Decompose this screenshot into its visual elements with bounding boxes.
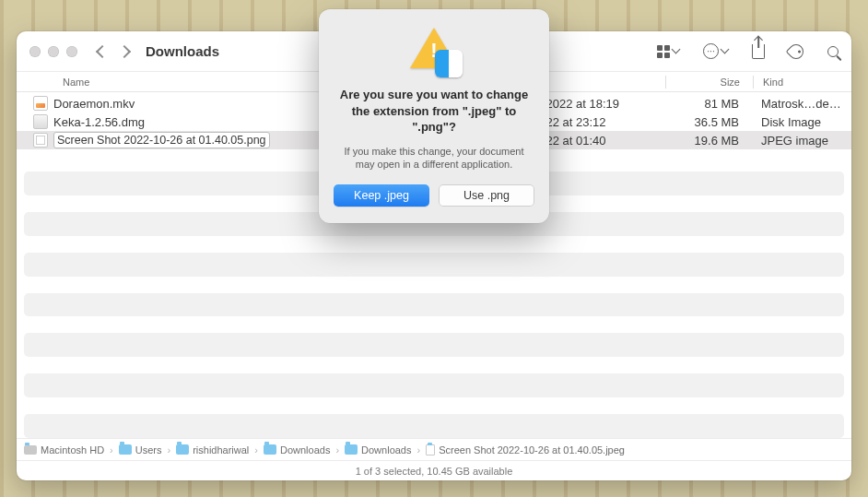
dialog-message: If you make this change, your document m… — [334, 145, 534, 172]
dialog-buttons: Keep .jpeg Use .png — [334, 184, 534, 207]
path-segment[interactable]: Downloads — [264, 444, 330, 456]
forward-button[interactable] — [118, 44, 131, 57]
search-button[interactable] — [827, 46, 839, 57]
back-button[interactable] — [96, 44, 109, 57]
file-date: 2022 at 23:12 — [533, 115, 665, 129]
close-window-button[interactable] — [29, 46, 41, 57]
file-icon — [426, 444, 435, 456]
path-segment[interactable]: Screen Shot 2022-10-26 at 01.40.05.jpeg — [426, 444, 625, 456]
folder-icon — [264, 444, 276, 455]
file-size: 81 MB — [665, 97, 752, 111]
share-button[interactable] — [752, 44, 765, 59]
finder-badge-icon — [435, 50, 463, 77]
folder-icon — [119, 444, 132, 455]
window-controls — [29, 46, 77, 57]
path-label: Macintosh HD — [41, 444, 104, 456]
status-bar: 1 of 3 selected, 10.45 GB available — [17, 460, 851, 480]
path-label: rishidhariwal — [193, 444, 249, 456]
use-new-extension-button[interactable]: Use .png — [439, 184, 534, 207]
file-kind: Matrosk…deo File — [752, 97, 844, 111]
file-icon — [33, 114, 48, 129]
window-title: Downloads — [146, 43, 219, 59]
chevron-down-icon — [721, 45, 730, 54]
search-icon — [827, 46, 839, 57]
column-header-kind[interactable]: Kind — [754, 77, 844, 88]
path-segment[interactable]: Macintosh HD — [24, 444, 104, 456]
dialog-title: Are you sure you want to change the exte… — [334, 87, 534, 136]
file-size: 19.6 MB — [665, 134, 752, 148]
path-label: Downloads — [280, 444, 330, 456]
ellipsis-circle-icon: ··· — [703, 43, 719, 59]
path-separator-icon: › — [165, 444, 172, 456]
path-separator-icon: › — [415, 444, 422, 456]
path-separator-icon: › — [334, 444, 341, 456]
path-label: Screen Shot 2022-10-26 at 01.40.05.jpeg — [439, 444, 625, 456]
file-date: 2022 at 01:40 — [533, 134, 665, 148]
folder-icon — [176, 444, 189, 455]
path-separator-icon: › — [252, 444, 260, 456]
view-options-button[interactable] — [657, 45, 679, 58]
tag-icon — [786, 41, 807, 62]
file-date: 0, 2022 at 18:19 — [533, 97, 665, 111]
minimize-window-button[interactable] — [48, 46, 59, 57]
path-segment[interactable]: Downloads — [345, 444, 411, 456]
path-label: Downloads — [361, 444, 411, 456]
path-bar: Macintosh HD›Users›rishidhariwal›Downloa… — [17, 438, 851, 460]
folder-icon — [345, 444, 358, 455]
warning-icon — [407, 28, 461, 74]
path-label: Users — [135, 444, 162, 456]
column-header-size[interactable]: Size — [666, 77, 753, 88]
file-kind: Disk Image — [752, 115, 844, 129]
toolbar: ··· — [657, 43, 839, 59]
action-menu-button[interactable]: ··· — [703, 43, 728, 59]
file-size: 36.5 MB — [665, 115, 752, 129]
path-segment[interactable]: Users — [119, 444, 162, 456]
share-icon — [752, 44, 765, 59]
file-icon — [33, 133, 48, 148]
file-kind: JPEG image — [752, 134, 844, 148]
nav-buttons — [98, 47, 129, 56]
status-text: 1 of 3 selected, 10.45 GB available — [356, 466, 513, 477]
drive-icon — [24, 445, 37, 455]
extension-change-dialog: Are you sure you want to change the exte… — [319, 9, 549, 223]
path-segment[interactable]: rishidhariwal — [176, 444, 249, 456]
keep-extension-button[interactable]: Keep .jpeg — [334, 184, 429, 207]
path-separator-icon: › — [108, 444, 115, 456]
tags-button[interactable] — [789, 44, 803, 59]
chevron-down-icon — [672, 45, 681, 54]
file-icon — [33, 96, 48, 111]
grid-icon — [657, 45, 670, 58]
zoom-window-button[interactable] — [66, 46, 77, 57]
